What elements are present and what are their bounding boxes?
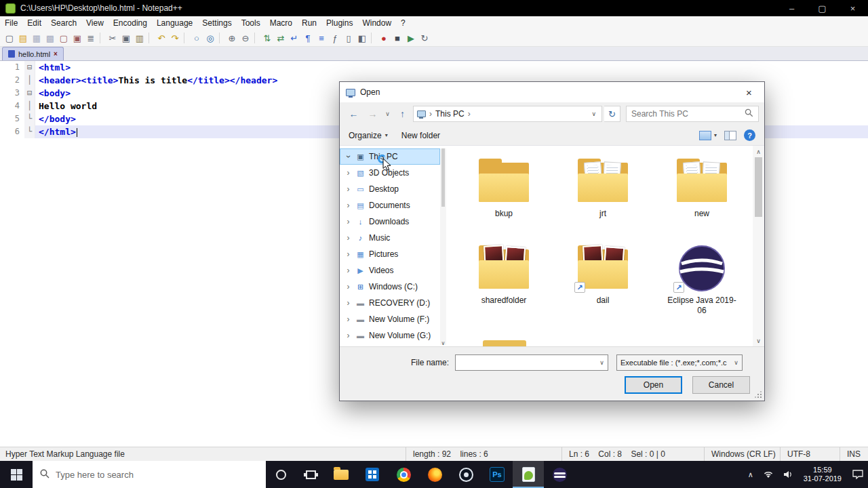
dialog-close-button[interactable]: × [734, 82, 764, 102]
doc-switcher-icon[interactable]: ◧ [355, 31, 369, 45]
menu-encoding[interactable]: Encoding [108, 16, 152, 30]
menu-file[interactable]: File [0, 16, 22, 30]
tree-item-new-volume-g[interactable]: ›▬New Volume (G:) [340, 327, 440, 344]
find-icon[interactable]: ○ [190, 31, 203, 45]
tree-item-recovery-d[interactable]: ›▬RECOVERY (D:) [340, 295, 440, 311]
chevron-right-icon[interactable]: › [344, 233, 352, 243]
cut-icon[interactable]: ✂ [106, 31, 119, 45]
menu-language[interactable]: Language [152, 16, 197, 30]
open-button[interactable]: Open [625, 376, 682, 394]
folder-icon-partial[interactable] [483, 340, 526, 346]
menu-view[interactable]: View [81, 16, 108, 30]
replace-icon[interactable]: ◎ [203, 31, 217, 45]
taskbar-photoshop-icon[interactable]: Ps [481, 461, 513, 488]
cancel-button[interactable]: Cancel [692, 376, 750, 394]
record-macro-icon[interactable]: ● [377, 31, 391, 45]
tray-expand-chevron-icon[interactable]: ∧ [743, 470, 758, 479]
cortana-button[interactable] [266, 461, 296, 488]
chevron-right-icon[interactable]: › [344, 217, 352, 226]
tree-item-downloads[interactable]: ›↓Downloads [340, 214, 440, 230]
tree-item-pictures[interactable]: ›▦Pictures [340, 246, 440, 262]
tree-item-windows-c[interactable]: ›⊞Windows (C:) [340, 279, 440, 295]
close-file-icon[interactable]: ▢ [57, 31, 71, 45]
notepadpp-titlebar[interactable]: C:\Users\HP\Desktop\hello.html - Notepad… [0, 0, 868, 16]
combo-dropdown-icon[interactable]: ∨ [596, 359, 608, 366]
file-type-combobox[interactable]: Executable file : (*.exe;*.com;*.c ∨ [616, 354, 743, 371]
dialog-search[interactable] [626, 106, 759, 122]
taskbar-file-explorer-icon[interactable] [326, 461, 357, 488]
file-bkup[interactable]: bkup [456, 157, 551, 243]
view-mode-button[interactable]: ▾ [699, 131, 717, 140]
volume-icon[interactable] [778, 470, 797, 479]
fold-marker-icon[interactable]: └ [24, 113, 35, 125]
tree-item-new-volume-f[interactable]: ›▬New Volume (F:) [340, 311, 440, 327]
tree-scrollbar[interactable]: ∨ [440, 148, 446, 345]
sync-horizontal-icon[interactable]: ⇄ [274, 31, 288, 45]
chevron-right-icon[interactable]: › [344, 184, 352, 194]
stop-macro-icon[interactable]: ■ [391, 31, 404, 45]
chevron-right-icon[interactable]: › [344, 266, 352, 275]
scroll-up-icon[interactable]: ∧ [753, 146, 764, 157]
insert-mode-status[interactable]: INS [840, 447, 868, 461]
dialog-search-input[interactable] [631, 109, 745, 119]
start-button[interactable] [0, 461, 33, 488]
tree-item-music[interactable]: ›♪Music [340, 230, 440, 246]
function-list-icon[interactable]: ƒ [328, 31, 342, 45]
show-all-chars-icon[interactable]: ¶ [301, 31, 315, 45]
taskbar-chrome-icon[interactable] [388, 461, 419, 488]
tab-hello-html[interactable]: hello.html × [2, 47, 64, 60]
scroll-down-icon[interactable]: ∨ [753, 335, 764, 346]
file-dail[interactable]: ↗dail [555, 243, 650, 330]
action-center-icon[interactable] [848, 470, 868, 479]
dialog-titlebar[interactable]: Open × [340, 82, 764, 102]
run-macro-multiple-icon[interactable]: ↻ [418, 31, 431, 45]
file-jrt[interactable]: jrt [555, 157, 650, 243]
task-view-button[interactable] [296, 461, 326, 488]
forward-button[interactable]: → [364, 106, 381, 122]
menu-tools[interactable]: Tools [237, 16, 265, 30]
menu-help[interactable]: ? [396, 16, 410, 30]
combo-dropdown-icon[interactable]: ∨ [730, 359, 742, 366]
recent-locations-dropdown-icon[interactable]: ∨ [383, 106, 392, 122]
fold-marker-icon[interactable]: ⊟ [24, 87, 35, 100]
indent-guide-icon[interactable]: ≡ [315, 31, 328, 45]
resize-grip[interactable] [755, 391, 762, 398]
new-folder-button[interactable]: New folder [401, 131, 440, 140]
doc-map-icon[interactable]: ▯ [342, 31, 355, 45]
zoom-in-icon[interactable]: ⊕ [225, 31, 239, 45]
chevron-down-icon[interactable]: › [344, 153, 353, 161]
fold-marker-icon[interactable]: └ [24, 125, 35, 138]
menu-window[interactable]: Window [357, 16, 396, 30]
taskbar-media-player-icon[interactable] [450, 461, 481, 488]
menu-run[interactable]: Run [297, 16, 321, 30]
paste-icon[interactable]: ▥ [133, 31, 146, 45]
minimize-button[interactable]: – [776, 0, 807, 16]
files-scrollbar[interactable]: ∧ ∨ [753, 146, 764, 346]
fold-marker-icon[interactable]: │ [24, 100, 35, 113]
word-wrap-icon[interactable]: ↵ [288, 31, 301, 45]
zoom-out-icon[interactable]: ⊖ [239, 31, 252, 45]
organize-button[interactable]: Organize ▾ [349, 131, 388, 140]
menu-edit[interactable]: Edit [22, 16, 46, 30]
refresh-button[interactable]: ↻ [604, 106, 620, 122]
taskbar-notepadpp-icon[interactable] [513, 461, 544, 488]
tree-scroll-down-icon[interactable]: ∨ [440, 340, 446, 346]
new-file-icon[interactable]: ▢ [3, 31, 16, 45]
chevron-right-icon[interactable]: › [344, 201, 352, 210]
back-button[interactable]: ← [345, 106, 362, 122]
tab-close-icon[interactable]: × [54, 50, 58, 58]
encoding-status[interactable]: UTF-8 [780, 447, 840, 461]
chevron-right-icon[interactable]: › [344, 298, 352, 308]
file-eclipse-java-2019-06[interactable]: ↗Eclipse Java 2019-06 [654, 243, 749, 330]
redo-icon[interactable]: ↷ [168, 31, 182, 45]
menu-plugins[interactable]: Plugins [321, 16, 357, 30]
close-all-icon[interactable]: ▣ [71, 31, 84, 45]
undo-icon[interactable]: ↶ [155, 31, 168, 45]
tree-item-documents[interactable]: ›▤Documents [340, 197, 440, 214]
tree-item-videos[interactable]: ›▶Videos [340, 262, 440, 279]
help-button[interactable]: ? [744, 129, 755, 141]
chevron-right-icon[interactable]: › [344, 282, 352, 291]
taskbar-clock[interactable]: 15:59 31-07-2019 [797, 466, 848, 483]
menu-macro[interactable]: Macro [265, 16, 297, 30]
file-name-input[interactable] [456, 358, 596, 367]
